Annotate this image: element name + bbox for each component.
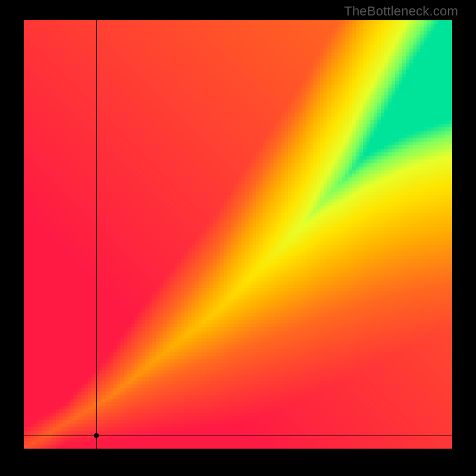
bottleneck-heatmap	[24, 20, 452, 449]
watermark-text: TheBottleneck.com	[344, 4, 458, 19]
chart-frame: TheBottleneck.com	[0, 0, 476, 476]
